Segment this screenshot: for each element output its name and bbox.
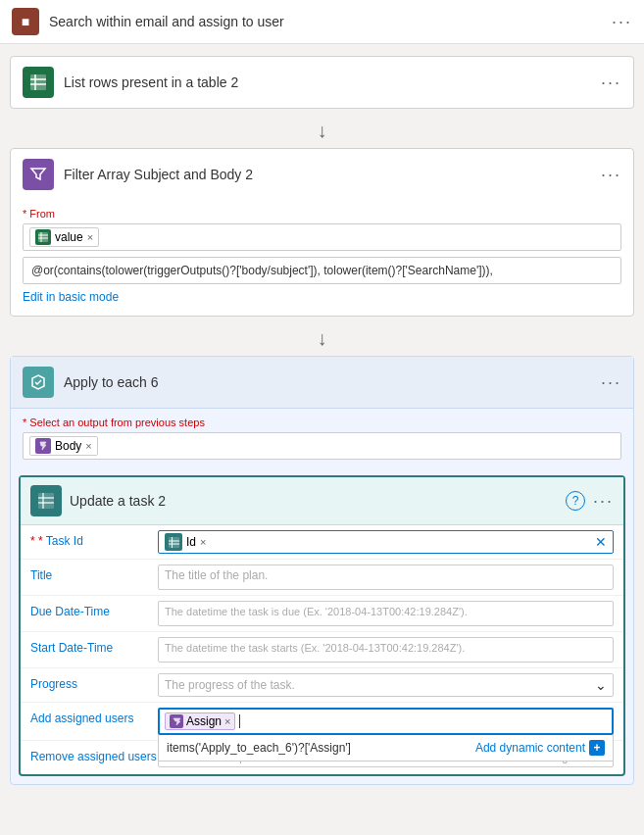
task-id-tag-text: Id: [186, 535, 196, 549]
assign-tag-icon: [170, 714, 183, 728]
add-dynamic-content-button[interactable]: Add dynamic content +: [475, 740, 605, 756]
from-tag-input[interactable]: value ×: [23, 223, 621, 251]
due-datetime-placeholder: The datetime the task is due (Ex. '2018-…: [165, 606, 468, 617]
assign-tag-close[interactable]: ×: [224, 715, 230, 727]
filter-array-actions: ···: [601, 165, 621, 185]
start-datetime-label: Start Date-Time: [30, 637, 158, 655]
filter-array-menu-button[interactable]: ···: [601, 165, 621, 185]
body-tag: Body ×: [29, 436, 98, 456]
assign-tag: Assign ×: [165, 712, 235, 730]
list-rows-title: List rows present in a table 2: [64, 74, 591, 90]
list-rows-card: List rows present in a table 2 ···: [10, 56, 634, 109]
apply-to-each-title: Apply to each 6: [64, 374, 591, 390]
update-task-title: Update a task 2: [70, 493, 558, 509]
filter-array-body: * From value × @or(contains(tolower(trig…: [11, 200, 633, 316]
update-task-menu-button[interactable]: ···: [593, 491, 614, 512]
task-id-label: * Task Id: [30, 530, 158, 548]
update-task-help-button[interactable]: ?: [566, 491, 585, 511]
due-datetime-value: The datetime the task is due (Ex. '2018-…: [158, 601, 614, 626]
body-tag-input[interactable]: Body ×: [23, 432, 621, 460]
update-task-icon: [30, 485, 62, 516]
apply-to-each-card: Apply to each 6 ··· * Select an output f…: [10, 356, 634, 785]
filter-array-title: Filter Array Subject and Body 2: [64, 167, 591, 182]
remove-assigned-label: Remove assigned users: [30, 746, 158, 763]
title-bar-icon: ■: [12, 8, 39, 35]
task-id-close-x[interactable]: ✕: [595, 534, 607, 550]
update-task-card-actions: ? ···: [566, 491, 614, 512]
body-tag-close[interactable]: ×: [85, 440, 91, 452]
title-label: Title: [30, 565, 158, 582]
value-tag: value ×: [29, 227, 99, 247]
task-id-row: * Task Id Id ×: [21, 525, 623, 560]
suggestion-box: items('Apply_to_each_6')?['Assign'] Add …: [158, 735, 614, 761]
list-rows-menu-button[interactable]: ···: [601, 73, 621, 93]
title-input[interactable]: The title of the plan.: [158, 565, 614, 590]
progress-dropdown-arrow: ⌄: [595, 677, 607, 693]
assign-tag-text: Assign: [186, 714, 222, 728]
add-assigned-label: Add assigned users: [30, 708, 158, 725]
title-bar-menu-button[interactable]: ···: [612, 12, 632, 32]
title-placeholder: The title of the plan.: [165, 568, 268, 582]
update-task-card: Update a task 2 ? ··· * Task Id: [19, 475, 625, 776]
task-id-value: Id × ✕: [158, 530, 614, 554]
value-tag-close[interactable]: ×: [87, 231, 93, 243]
from-field-label: * From: [23, 208, 621, 220]
suggestion-text[interactable]: items('Apply_to_each_6')?['Assign']: [167, 741, 351, 755]
title-value: The title of the plan.: [158, 565, 614, 590]
task-id-tag-close[interactable]: ×: [200, 536, 206, 548]
body-tag-text: Body: [55, 439, 81, 453]
add-assigned-row: Add assigned users Assign ×: [21, 703, 623, 741]
filter-array-icon: [23, 159, 54, 190]
start-datetime-row: Start Date-Time The datetime the task st…: [21, 632, 623, 668]
due-datetime-input[interactable]: The datetime the task is due (Ex. '2018-…: [158, 601, 614, 626]
title-row: Title The title of the plan.: [21, 560, 623, 596]
start-datetime-input[interactable]: The datetime the task starts (Ex. '2018-…: [158, 637, 614, 663]
task-id-tag-icon: [165, 533, 182, 551]
list-rows-card-header: List rows present in a table 2 ···: [11, 57, 633, 108]
assign-input[interactable]: Assign ×: [158, 708, 614, 735]
svg-rect-12: [169, 537, 179, 548]
add-dynamic-plus-icon: +: [589, 740, 605, 756]
due-datetime-label: Due Date-Time: [30, 601, 158, 618]
list-rows-actions: ···: [601, 73, 621, 93]
list-rows-icon: [23, 67, 54, 98]
progress-dropdown[interactable]: The progress of the task. ⌄: [158, 673, 614, 697]
svg-rect-0: [30, 74, 46, 90]
add-assigned-value: Assign × items('Apply_to_each_6')?['Assi…: [158, 708, 614, 735]
update-task-header: Update a task 2 ? ···: [21, 477, 623, 525]
apply-to-each-actions: ···: [601, 372, 621, 393]
task-id-input[interactable]: Id × ✕: [158, 530, 614, 554]
title-bar: ■ Search within email and assign to user…: [0, 0, 644, 44]
update-task-form: * Task Id Id ×: [21, 525, 623, 774]
start-datetime-value: The datetime the task starts (Ex. '2018-…: [158, 637, 614, 663]
edit-basic-link[interactable]: Edit in basic mode: [23, 290, 119, 304]
add-dynamic-label: Add dynamic content: [475, 741, 585, 755]
value-tag-icon: [35, 229, 51, 245]
expression-box: @or(contains(tolower(triggerOutputs()?['…: [23, 257, 621, 284]
cursor-bar: [239, 714, 240, 728]
value-tag-text: value: [55, 230, 83, 244]
progress-placeholder: The progress of the task.: [165, 678, 595, 692]
progress-value: The progress of the task. ⌄: [158, 673, 614, 697]
svg-rect-8: [38, 493, 54, 509]
arrow-connector-2: ↓: [0, 320, 644, 356]
start-datetime-placeholder: The datetime the task starts (Ex. '2018-…: [165, 642, 465, 654]
select-output-label: * Select an output from previous steps: [11, 409, 633, 432]
apply-to-each-icon: [23, 367, 54, 398]
apply-to-each-header: Apply to each 6 ···: [11, 357, 633, 409]
progress-row: Progress The progress of the task. ⌄: [21, 668, 623, 703]
title-bar-title: Search within email and assign to user: [49, 14, 602, 29]
svg-rect-4: [38, 232, 48, 242]
filter-array-card: Filter Array Subject and Body 2 ··· * Fr…: [10, 148, 634, 317]
due-datetime-row: Due Date-Time The datetime the task is d…: [21, 596, 623, 632]
progress-label: Progress: [30, 673, 158, 691]
apply-to-each-menu-button[interactable]: ···: [601, 372, 621, 393]
assign-wrapper: Assign × items('Apply_to_each_6')?['Assi…: [158, 708, 614, 735]
filter-array-header: Filter Array Subject and Body 2 ···: [11, 149, 633, 200]
body-tag-icon: [35, 438, 51, 454]
arrow-connector-1: ↓: [0, 113, 644, 148]
